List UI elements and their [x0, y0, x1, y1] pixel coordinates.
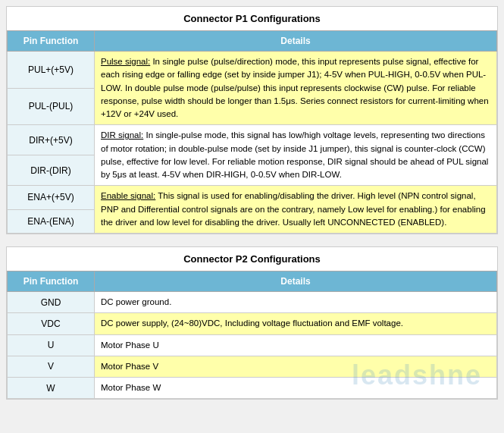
- p1-header-pin: Pin Function: [8, 31, 95, 52]
- p1-section: Connector P1 Configurations Pin Function…: [6, 6, 498, 234]
- pin-label: PUL-(PUL): [8, 88, 95, 125]
- pin-label: VDC: [8, 313, 95, 334]
- pin-label: W: [8, 378, 95, 399]
- detail-cell: DC power ground.: [95, 292, 497, 313]
- detail-cell: Motor Phase V: [95, 356, 497, 377]
- detail-label: DIR signal:: [101, 130, 143, 140]
- pin-label: V: [8, 356, 95, 377]
- table-row: U Motor Phase U: [8, 334, 497, 356]
- table-row: W Motor Phase W: [8, 378, 497, 399]
- pin-label: ENA+(+5V): [8, 186, 95, 209]
- detail-cell: Motor Phase W: [95, 378, 497, 399]
- table-row: DIR+(+5V) DIR signal: In single-pulse mo…: [8, 125, 497, 155]
- detail-cell: DIR signal: In single-pulse mode, this s…: [95, 125, 497, 186]
- p1-title: Connector P1 Configurations: [7, 7, 497, 30]
- detail-label: Pulse signal:: [101, 57, 150, 66]
- pin-label: GND: [8, 292, 95, 313]
- detail-cell: Pulse signal: In single pulse (pulse/dir…: [95, 52, 497, 125]
- pin-label: U: [8, 334, 95, 356]
- detail-cell: Motor Phase U: [95, 334, 497, 356]
- p2-table: Pin Function Details GND DC power ground…: [7, 271, 497, 399]
- table-row: ENA+(+5V) Enable signal: This signal is …: [8, 186, 497, 209]
- p1-table: Pin Function Details PUL+(+5V) Pulse sig…: [7, 30, 497, 234]
- pin-label: DIR+(+5V): [8, 125, 95, 155]
- table-row: GND DC power ground.: [8, 292, 497, 313]
- table-row: V Motor Phase V: [8, 356, 497, 377]
- detail-cell: Enable signal: This signal is used for e…: [95, 186, 497, 234]
- detail-text: In single pulse (pulse/direction) mode, …: [101, 57, 489, 118]
- table-row: VDC DC power supply, (24~80)VDC, Includi…: [8, 313, 497, 334]
- pin-label: PUL+(+5V): [8, 52, 95, 89]
- pin-label: DIR-(DIR): [8, 155, 95, 186]
- table-row: PUL+(+5V) Pulse signal: In single pulse …: [8, 52, 497, 89]
- p1-header-details: Details: [95, 31, 497, 52]
- detail-cell: DC power supply, (24~80)VDC, Including v…: [95, 313, 497, 334]
- p2-section: Connector P2 Configurations Pin Function…: [6, 246, 498, 400]
- p2-header-details: Details: [95, 271, 497, 292]
- p2-title: Connector P2 Configurations: [7, 247, 497, 271]
- p2-header-pin: Pin Function: [8, 271, 95, 292]
- detail-text: In single-pulse mode, this signal has lo…: [101, 130, 488, 179]
- detail-text: This signal is used for enabling/disabli…: [101, 191, 486, 227]
- detail-label: Enable signal:: [101, 191, 155, 200]
- pin-label: ENA-(ENA): [8, 209, 95, 233]
